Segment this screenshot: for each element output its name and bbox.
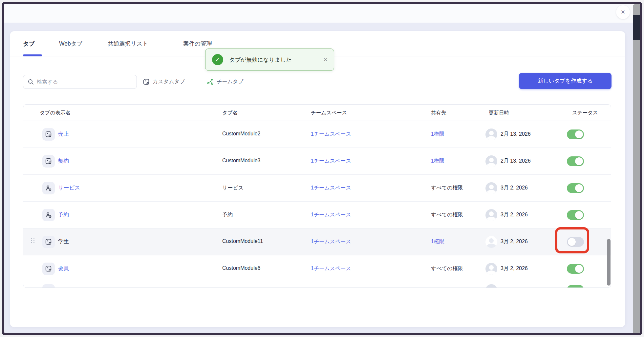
active-tab-underline bbox=[23, 54, 42, 56]
search-input[interactable] bbox=[37, 79, 125, 85]
table-row: 契約 CustomModule3 1チームスペース 1権限 2月 13, 202… bbox=[23, 148, 611, 175]
shared-with-link[interactable]: 1権限 bbox=[431, 238, 444, 245]
module-icon-badge bbox=[42, 263, 55, 275]
updated-date: 3月 2, 2026 bbox=[501, 185, 528, 191]
success-check-icon: ✓ bbox=[212, 54, 223, 65]
search-icon bbox=[28, 79, 34, 85]
legend-custom-tab[interactable]: カスタムタブ bbox=[143, 75, 185, 89]
toast-close-icon[interactable]: × bbox=[324, 56, 327, 63]
user-avatar bbox=[485, 155, 497, 167]
table-scrollbar-thumb[interactable] bbox=[607, 239, 611, 286]
custom-module-icon bbox=[45, 238, 52, 246]
tab-display-name-link[interactable]: 契約 bbox=[58, 157, 69, 165]
teamspace-link[interactable]: 1チームスペース bbox=[311, 211, 351, 218]
modal-top-strip bbox=[4, 4, 640, 23]
search-box bbox=[23, 75, 137, 89]
tab-deal-management[interactable]: 案件の管理 bbox=[183, 40, 212, 48]
tab-display-name-link[interactable]: サービス bbox=[58, 184, 80, 191]
tab-name-cell: CustomModule3 bbox=[222, 158, 261, 164]
tab-name-cell: CustomModule2 bbox=[222, 131, 261, 137]
shared-with-link[interactable]: 1権限 bbox=[431, 131, 444, 138]
tab-tabs[interactable]: タブ bbox=[23, 40, 35, 48]
tab-name-cell: サービス bbox=[222, 185, 244, 191]
create-new-tab-button[interactable]: 新しいタブを作成する bbox=[519, 73, 612, 89]
status-toggle-on[interactable] bbox=[567, 183, 584, 193]
team-tab-icon bbox=[207, 78, 214, 86]
tab-name-cell: CustomModule11 bbox=[222, 238, 263, 244]
shared-with-cell: すべての権限 bbox=[431, 211, 463, 218]
table-row: 要員 CustomModule6 1チームスペース すべての権限 3月 2, 2… bbox=[23, 255, 611, 282]
table-row: サービス サービス 1チームスペース すべての権限 3月 2, 2026 bbox=[23, 175, 611, 202]
legend-team-tab[interactable]: チームタブ bbox=[207, 75, 244, 89]
module-icon-badge bbox=[42, 128, 55, 141]
tab-display-name-link[interactable]: 要員 bbox=[58, 265, 69, 272]
module-icon-badge bbox=[42, 284, 55, 288]
modal-close-button[interactable]: × bbox=[616, 5, 630, 19]
table-row: 売上 CustomModule2 1チームスペース 1権限 2月 13, 202… bbox=[23, 121, 611, 148]
booking-icon bbox=[45, 211, 52, 219]
user-avatar bbox=[485, 284, 497, 288]
status-toggle-on[interactable] bbox=[567, 264, 584, 274]
shared-with-cell: すべての権限 bbox=[431, 185, 463, 191]
status-toggle-on[interactable] bbox=[567, 285, 584, 288]
table-row: 予約 予約 1チームスペース すべての権限 3月 2, 2026 bbox=[23, 202, 611, 228]
drag-handle-icon[interactable] bbox=[31, 238, 35, 246]
header-tab-name: タブ名 bbox=[222, 109, 238, 116]
module-icon-badge bbox=[42, 155, 55, 168]
teamspace-link[interactable]: 1チームスペース bbox=[311, 185, 351, 191]
tab-display-name-cell: 学生 bbox=[58, 238, 69, 245]
tab-display-name-link[interactable]: 予約 bbox=[58, 211, 69, 218]
header-shared-with: 共有先 bbox=[431, 109, 446, 116]
user-avatar bbox=[485, 263, 497, 275]
legend-custom-tab-label: カスタムタブ bbox=[153, 78, 185, 85]
custom-module-icon bbox=[45, 131, 52, 138]
toast-message: タブが無効になりました bbox=[229, 56, 292, 64]
module-icon-badge bbox=[42, 182, 55, 194]
toast-notification: ✓ タブが無効になりました × bbox=[205, 49, 334, 71]
highlight-annotation-box bbox=[555, 227, 589, 253]
custom-module-icon bbox=[45, 265, 52, 272]
updated-date: 3月 2, 2026 bbox=[501, 211, 528, 218]
tab-display-name-link[interactable]: 売上 bbox=[58, 130, 69, 138]
service-icon bbox=[45, 185, 52, 192]
tab-shared-picklist[interactable]: 共通選択リスト bbox=[108, 40, 148, 48]
header-updated: 更新日時 bbox=[489, 109, 509, 116]
user-avatar bbox=[485, 129, 497, 140]
module-icon-badge bbox=[42, 236, 55, 248]
shared-with-cell: すべての権限 bbox=[431, 265, 463, 272]
tabs-table: タブの表示名 タブ名 チームスペース 共有先 更新日時 ステータス 売上 bbox=[23, 104, 611, 288]
user-avatar bbox=[485, 209, 497, 221]
teamspace-link[interactable]: 1チームスペース bbox=[311, 265, 351, 272]
custom-module-icon bbox=[45, 158, 52, 165]
status-toggle-on[interactable] bbox=[567, 129, 584, 139]
page-scrollbar-track[interactable] bbox=[633, 4, 640, 333]
updated-date: 3月 2, 2026 bbox=[501, 265, 528, 272]
status-toggle-on[interactable] bbox=[567, 210, 584, 220]
table-row-highlighted: 学生 CustomModule11 1チームスペース 1権限 3月 2, 202… bbox=[23, 228, 611, 255]
updated-date: 2月 13, 2026 bbox=[501, 131, 531, 138]
tab-settings-panel: タブ Webタブ 共通選択リスト 案件の管理 ✓ タブが無効になりました × bbox=[10, 31, 625, 327]
user-avatar bbox=[485, 182, 497, 194]
legend-team-tab-label: チームタブ bbox=[217, 78, 244, 85]
updated-date: 2月 13, 2026 bbox=[501, 158, 531, 165]
teamspace-link[interactable]: 1チームスペース bbox=[311, 158, 351, 165]
header-status: ステータス bbox=[572, 109, 598, 116]
user-avatar bbox=[485, 236, 497, 248]
table-header-row: タブの表示名 タブ名 チームスペース 共有先 更新日時 ステータス bbox=[23, 105, 611, 121]
tab-name-cell: 予約 bbox=[222, 211, 233, 218]
teamspace-link[interactable]: 1チームスペース bbox=[311, 238, 351, 245]
module-icon-badge bbox=[42, 209, 55, 221]
updated-date: 3月 2, 2026 bbox=[501, 238, 528, 245]
header-display-name: タブの表示名 bbox=[40, 109, 71, 116]
header-teamspace: チームスペース bbox=[311, 109, 347, 116]
screenshot-frame: × タブ Webタブ 共通選択リスト 案件の管理 ✓ タブが無効になりました × bbox=[2, 2, 642, 335]
tab-name-cell: CustomModule6 bbox=[222, 265, 261, 271]
teamspace-link[interactable]: 1チームスペース bbox=[311, 131, 351, 138]
status-toggle-on[interactable] bbox=[567, 156, 584, 166]
custom-module-icon bbox=[143, 78, 150, 86]
shared-with-link[interactable]: 1権限 bbox=[431, 158, 444, 165]
tab-webtabs[interactable]: Webタブ bbox=[59, 40, 83, 48]
backdrop-dark-area bbox=[633, 15, 640, 40]
